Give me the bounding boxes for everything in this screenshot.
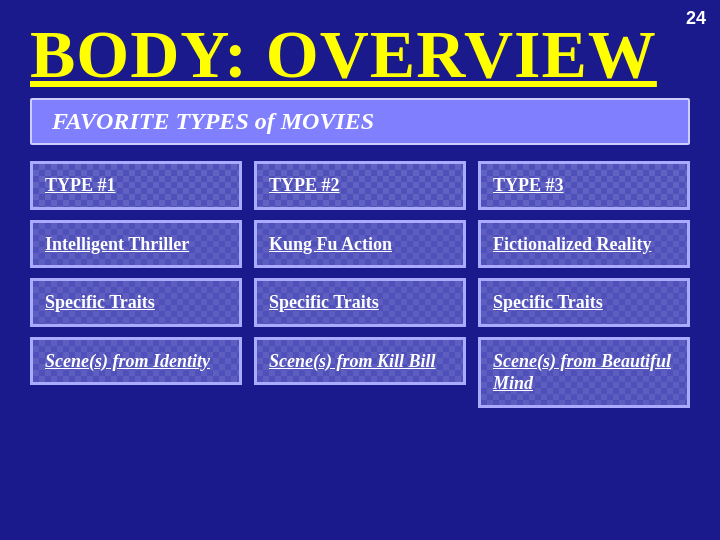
col2-scene-text: Scene(s) from Kill Bill [269, 351, 436, 371]
col1-scene: Scene(s) from Identity [30, 337, 242, 386]
subtitle-text: FAVORITE TYPES of MOVIES [52, 108, 374, 134]
col1-scene-text: Scene(s) from Identity [45, 351, 210, 371]
col3-genre: Fictionalized Reality [478, 220, 690, 269]
col1-genre-text: Intelligent Thriller [45, 234, 189, 254]
col3-traits: Specific Traits [478, 278, 690, 327]
col1-header-text: TYPE #1 [45, 175, 116, 195]
column-3: TYPE #3 Fictionalized Reality Specific T… [478, 161, 690, 408]
col2-traits-text: Specific Traits [269, 292, 379, 312]
col3-scene: Scene(s) from Beautiful Mind [478, 337, 690, 408]
col1-traits: Specific Traits [30, 278, 242, 327]
col1-traits-text: Specific Traits [45, 292, 155, 312]
col1-genre: Intelligent Thriller [30, 220, 242, 269]
col2-genre-text: Kung Fu Action [269, 234, 392, 254]
content-columns: TYPE #1 Intelligent Thriller Specific Tr… [30, 161, 690, 408]
subtitle-bar: FAVORITE TYPES of MOVIES [30, 98, 690, 145]
col2-genre: Kung Fu Action [254, 220, 466, 269]
slide: 24 BODY: OVERVIEW FAVORITE TYPES of MOVI… [0, 0, 720, 540]
col2-traits: Specific Traits [254, 278, 466, 327]
col2-header-text: TYPE #2 [269, 175, 340, 195]
col3-genre-text: Fictionalized Reality [493, 234, 651, 254]
col1-header: TYPE #1 [30, 161, 242, 210]
slide-title: BODY: OVERVIEW [30, 20, 690, 88]
column-2: TYPE #2 Kung Fu Action Specific Traits S… [254, 161, 466, 408]
col2-header: TYPE #2 [254, 161, 466, 210]
col2-scene: Scene(s) from Kill Bill [254, 337, 466, 386]
column-1: TYPE #1 Intelligent Thriller Specific Tr… [30, 161, 242, 408]
col3-header-text: TYPE #3 [493, 175, 564, 195]
slide-number: 24 [686, 8, 706, 29]
col3-scene-text: Scene(s) from Beautiful Mind [493, 351, 671, 394]
col3-header: TYPE #3 [478, 161, 690, 210]
col3-traits-text: Specific Traits [493, 292, 603, 312]
